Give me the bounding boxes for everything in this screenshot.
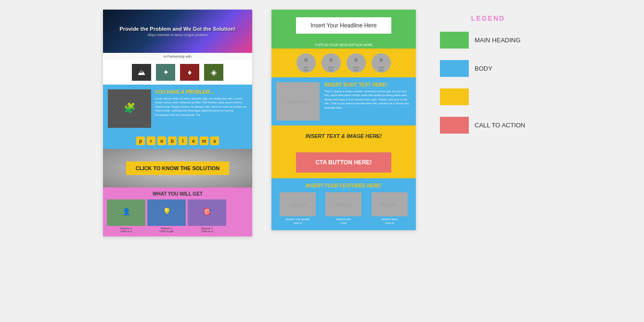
tpl-feature-text-3: feature descClick to — [382, 218, 398, 225]
tpl-body-heading: INSERT BODY TEXT HERE! — [324, 82, 411, 87]
svg-text:💡: 💡 — [163, 208, 171, 216]
problem-image: 🧩 — [108, 89, 151, 128]
tpl-feature-text-2: feature infoClick — [336, 218, 351, 225]
problem-heading: YOU HAVE A PROBLEM ... — [155, 89, 247, 95]
tpl-icon-4: ●InsertType — [372, 53, 391, 73]
feature-2-label: feature 2Click to get — [147, 227, 186, 233]
left-panel: Provide the Problem and We Got the Solut… — [103, 10, 252, 236]
legend-item-body: BODY — [440, 60, 536, 77]
tpl-feature-text-1: feature one qualityclick to — [286, 218, 309, 225]
tpl-feature-3: image here feature descClick to — [368, 192, 411, 225]
legend-swatch-red — [440, 117, 469, 134]
problem-body: Lorem ipsum dolor sit amet, dassem nigu … — [155, 97, 247, 117]
feature-1-label: feature 1Click in a — [107, 227, 145, 233]
hero-title: Provide the Problem and We Got the Solut… — [119, 26, 235, 32]
legend-title: LEGEND — [440, 14, 536, 22]
tpl-icons-row: ●iconType ●InsertType ●InsertType ●Inser… — [271, 49, 416, 77]
legend-swatch-yellow — [440, 88, 469, 105]
what-heading: WHAT YOU WILL GET — [107, 191, 248, 197]
cta-section: CLICK TO KNOW THE SOLUTION — [103, 149, 252, 187]
tpl-features-heading: INSERT YOUR FEATURES HERE! — [276, 183, 411, 188]
hero-subtitle: Aliqui volumtar et larius congue problem — [148, 33, 208, 37]
tpl-icon-1: ●iconType — [296, 53, 316, 73]
feature-2: 💡 feature 2Click to get — [147, 199, 186, 233]
letter-b: b — [168, 136, 177, 145]
logo-2: ✦ — [156, 64, 175, 81]
tpl-body-text-col: INSERT BODY TEXT HERE! This is Space to … — [324, 82, 411, 121]
letter-e: e — [189, 136, 198, 145]
legend-swatch-green — [440, 32, 469, 49]
letter-r: r — [147, 136, 155, 145]
tpl-yellow-heading: INSERT TEXT & IMAGE HERE! — [279, 133, 408, 139]
tpl-feature-img-3: image here — [372, 192, 408, 216]
tpl-body-image: Image Here — [276, 82, 320, 121]
letter-m: m — [200, 136, 208, 145]
what-you-get: WHAT YOU WILL GET 👤 feature 1Click in a … — [103, 187, 252, 236]
logo-4: ◈ — [204, 64, 223, 81]
letter-p: p — [136, 136, 145, 145]
legend-label-cta: CALL TO ACTION — [475, 122, 525, 129]
tpl-headline-box: Insert Your Headline Here — [296, 17, 391, 34]
tpl-cta-button[interactable]: CTA BUTTON HERE! — [296, 152, 391, 173]
legend-label-body: BODY — [475, 65, 492, 72]
tpl-body-text: This is Space to write a teaser summary … — [324, 89, 411, 110]
template-panel: Insert Your Headline Here TYPE IN YOUR D… — [271, 10, 416, 230]
feature-3-label: feature 3Click to a — [188, 227, 226, 233]
tpl-features-section: INSERT YOUR FEATURES HERE! image here fe… — [271, 178, 416, 230]
tpl-feature-img-1: image here — [280, 192, 316, 216]
logos-row: ⛰ ✦ ♦ ◈ — [103, 60, 252, 85]
svg-text:👤: 👤 — [122, 208, 131, 216]
svg-text:🧩: 🧩 — [124, 102, 136, 113]
hero-section: Provide the Problem and We Got the Solut… — [103, 10, 252, 53]
legend-panel: LEGEND MAIN HEADING BODY CALL TO ACTION — [435, 10, 541, 150]
letter-s: s — [210, 136, 219, 145]
tpl-icon-2: ●InsertType — [322, 53, 341, 73]
logo-1: ⛰ — [132, 64, 151, 81]
legend-item-cta: CALL TO ACTION — [440, 117, 536, 134]
tpl-yellow-text-section: INSERT TEXT & IMAGE HERE! — [271, 125, 416, 147]
tpl-feature-img-2: image here — [325, 192, 361, 216]
problem-text-area: YOU HAVE A PROBLEM ... Lorem ipsum dolor… — [155, 89, 247, 128]
tpl-feature-1: image here feature one qualityclick to — [276, 192, 319, 225]
letter-o: o — [157, 136, 166, 145]
legend-swatch-blue — [440, 60, 469, 77]
legend-item-yellow — [440, 88, 536, 105]
partnership-bar: In Partnership with — [103, 53, 252, 60]
tpl-header: Insert Your Headline Here — [271, 10, 416, 41]
logo-3: ♦ — [180, 64, 199, 81]
problems-banner: p r o b l e m s — [103, 133, 252, 149]
feature-1: 👤 feature 1Click in a — [107, 199, 145, 233]
tpl-subhead: TYPE IN YOUR DESCRIPTION HERE — [271, 41, 416, 49]
cta-button[interactable]: CLICK TO KNOW THE SOLUTION — [126, 161, 230, 175]
what-images-row: 👤 feature 1Click in a 💡 feature 2Click t… — [107, 199, 248, 233]
feature-3: 🎯 feature 3Click to a — [188, 199, 226, 233]
tpl-icon-3: ●InsertType — [347, 53, 366, 73]
legend-label-main-heading: MAIN HEADING — [475, 37, 520, 44]
tpl-body-section: Image Here INSERT BODY TEXT HERE! This i… — [271, 77, 416, 125]
problem-section: 🧩 YOU HAVE A PROBLEM ... Lorem ipsum dol… — [103, 85, 252, 133]
svg-text:🎯: 🎯 — [203, 208, 212, 216]
letter-l: l — [179, 136, 187, 145]
legend-item-main-heading: MAIN HEADING — [440, 32, 536, 49]
tpl-cta-section: CTA BUTTON HERE! — [271, 147, 416, 178]
tpl-feature-2: image here feature infoClick — [322, 192, 365, 225]
tpl-features-grid: image here feature one qualityclick to i… — [276, 192, 411, 225]
